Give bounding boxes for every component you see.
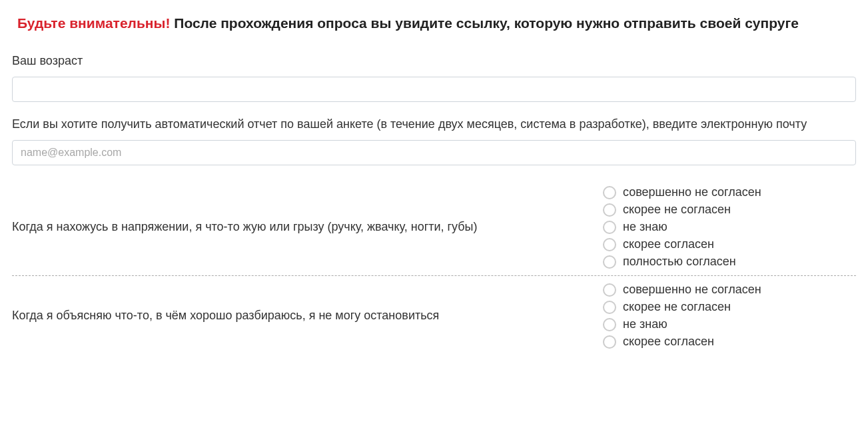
radio-label: скорее не согласен [623, 300, 731, 314]
radio-option[interactable]: полностью согласен [603, 255, 856, 269]
question-text: Когда я объясняю что-то, в чём хорошо ра… [12, 309, 603, 323]
header-message: После прохождения опроса вы увидите ссыл… [174, 15, 799, 31]
radio-label: полностью согласен [623, 255, 736, 269]
options-column: совершенно не согласенскорее не согласен… [603, 283, 856, 349]
radio-icon[interactable] [603, 318, 616, 331]
radio-icon[interactable] [603, 221, 616, 234]
question-row: Когда я нахожусь в напряжении, я что-то … [12, 179, 856, 276]
radio-label: совершенно не согласен [623, 185, 761, 199]
radio-label: совершенно не согласен [623, 283, 761, 297]
radio-option[interactable]: скорее не согласен [603, 300, 856, 314]
radio-option[interactable]: совершенно не согласен [603, 283, 856, 297]
options-column: совершенно не согласенскорее не согласен… [603, 185, 856, 269]
radio-label: не знаю [623, 317, 667, 331]
question-text: Когда я нахожусь в напряжении, я что-то … [12, 220, 603, 234]
age-label: Ваш возраст [12, 52, 856, 70]
survey-header: Будьте внимательны! После прохождения оп… [12, 13, 856, 33]
radio-icon[interactable] [603, 203, 616, 217]
age-input[interactable] [12, 77, 856, 102]
radio-label: скорее согласен [623, 237, 714, 251]
radio-option[interactable]: совершенно не согласен [603, 185, 856, 199]
radio-option[interactable]: скорее согласен [603, 335, 856, 349]
radio-label: не знаю [623, 220, 667, 234]
question-row: Когда я объясняю что-то, в чём хорошо ра… [12, 276, 856, 355]
email-label: Если вы хотите получить автоматический о… [12, 115, 856, 133]
header-warning: Будьте внимательны! [17, 15, 170, 31]
radio-icon[interactable] [603, 186, 616, 199]
radio-icon[interactable] [603, 283, 616, 297]
radio-icon[interactable] [603, 255, 616, 269]
email-input[interactable] [12, 140, 856, 165]
radio-label: скорее не согласен [623, 203, 731, 217]
radio-option[interactable]: не знаю [603, 317, 856, 331]
radio-label: скорее согласен [623, 335, 714, 349]
radio-option[interactable]: скорее не согласен [603, 203, 856, 217]
radio-icon[interactable] [603, 335, 616, 349]
radio-icon[interactable] [603, 238, 616, 251]
radio-option[interactable]: скорее согласен [603, 237, 856, 251]
age-group: Ваш возраст [12, 52, 856, 102]
radio-icon[interactable] [603, 301, 616, 314]
radio-option[interactable]: не знаю [603, 220, 856, 234]
email-group: Если вы хотите получить автоматический о… [12, 115, 856, 165]
